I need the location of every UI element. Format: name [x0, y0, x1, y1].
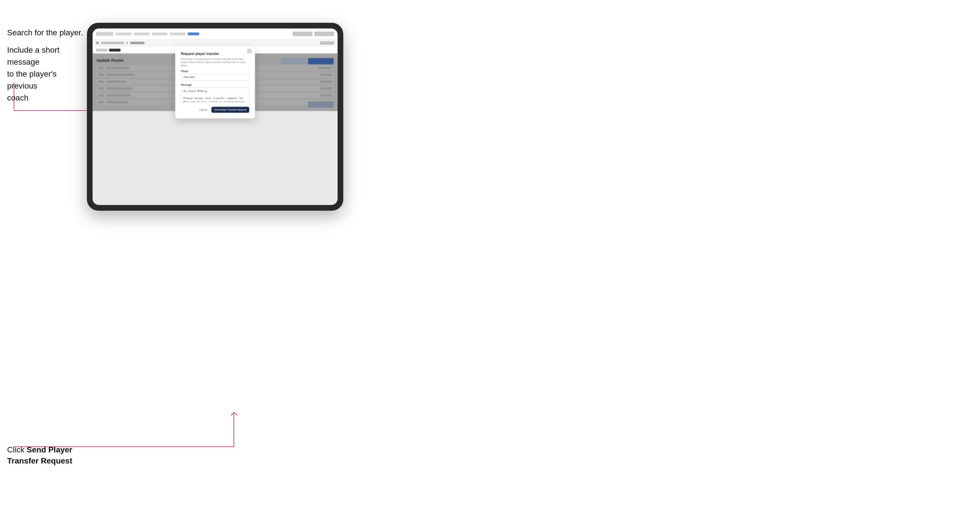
breadcrumb-icon [96, 41, 99, 44]
nav-item [116, 32, 132, 35]
nav-item [134, 32, 150, 35]
app-nav [116, 32, 290, 35]
annotation-line-message [14, 83, 14, 110]
modal-footer: Cancel Send Player Transfer Request [181, 107, 249, 113]
tab-item-active [109, 49, 121, 52]
header-action-btn [314, 32, 334, 36]
modal-close-button[interactable]: × [248, 49, 251, 53]
tablet-device: Update Roster [87, 23, 343, 211]
nav-item [170, 32, 185, 35]
message-textarea[interactable]: Hi Coach McHarg, Please accept this tran… [181, 87, 249, 102]
breadcrumb-item [101, 42, 124, 44]
tab-item [96, 49, 107, 52]
header-action-btn [293, 32, 312, 36]
request-transfer-modal: × Request player transfer If the player … [175, 46, 255, 119]
app-logo [96, 32, 113, 36]
send-transfer-button[interactable]: Send Player Transfer Request [212, 107, 249, 113]
annotation-arrow-send-v [234, 413, 234, 447]
breadcrumb-current [130, 42, 145, 44]
app-actions [293, 32, 334, 36]
app-header [92, 29, 337, 39]
breadcrumb-sep [126, 42, 128, 44]
header-btn [320, 41, 334, 45]
cancel-button[interactable]: Cancel [198, 107, 209, 113]
modal-title: Request player transfer [181, 52, 249, 56]
tablet-screen: Update Roster [92, 29, 337, 205]
modal-description: If the player is transferring from anoth… [181, 57, 249, 67]
annotation-message: Include a short message to the player's … [7, 44, 84, 104]
annotation-click: Click Send Player Transfer Request [7, 444, 72, 467]
player-search-input[interactable] [181, 74, 249, 81]
app-sub-header [92, 39, 337, 47]
nav-item-active [188, 32, 199, 35]
message-field-label: Message [181, 83, 249, 86]
modal-overlay: × Request player transfer If the player … [92, 54, 337, 111]
annotation-search: Search for the player. [7, 27, 83, 38]
player-field-label: Player [181, 70, 249, 73]
nav-item [152, 32, 167, 35]
app-content: Update Roster [92, 54, 337, 111]
